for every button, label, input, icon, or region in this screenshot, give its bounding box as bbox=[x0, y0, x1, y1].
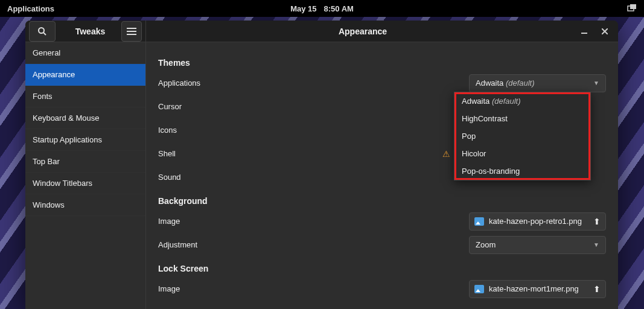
close-icon bbox=[602, 28, 608, 34]
svg-line-3 bbox=[43, 33, 46, 35]
dropdown-item-pop[interactable]: Pop bbox=[454, 127, 590, 145]
applications-menu[interactable]: Applications bbox=[7, 4, 54, 13]
svg-point-2 bbox=[39, 28, 44, 33]
ls-image-filename: kate-hazen-mort1mer.png bbox=[489, 284, 579, 293]
dropdown-item-highcontrast[interactable]: HighContrast bbox=[454, 110, 590, 127]
section-lockscreen: Lock Screen bbox=[158, 264, 606, 273]
row-bg-image: Image kate-hazen-pop-retro1.png ⬆ bbox=[158, 209, 606, 233]
search-icon bbox=[37, 27, 47, 36]
chevron-down-icon: ▼ bbox=[593, 80, 599, 86]
sidebar-item-top-bar[interactable]: Top Bar bbox=[25, 151, 145, 173]
close-button[interactable] bbox=[600, 27, 610, 36]
sidebar-item-startup-applications[interactable]: Startup Applications bbox=[25, 129, 145, 151]
titlebar: Tweaks Appearance bbox=[25, 21, 618, 42]
label-applications: Applications bbox=[158, 78, 469, 88]
combo-bg-adjustment-value: Zoom bbox=[476, 240, 496, 249]
app-name: Tweaks bbox=[59, 27, 121, 36]
combo-applications[interactable]: Adwaita (default) ▼ bbox=[469, 74, 606, 92]
chevron-down-icon: ▼ bbox=[593, 241, 599, 248]
filechooser-ls-image[interactable]: kate-hazen-mort1mer.png ⬆ bbox=[469, 280, 606, 298]
row-bg-adjustment: Adjustment Zoom ▼ bbox=[158, 233, 606, 256]
sidebar-item-windows[interactable]: Windows bbox=[25, 194, 145, 216]
section-background: Background bbox=[158, 196, 606, 206]
combo-applications-default: (default) bbox=[506, 78, 535, 88]
filechooser-bg-image[interactable]: kate-hazen-pop-retro1.png ⬆ bbox=[469, 212, 606, 231]
window-title: Appearance bbox=[146, 27, 579, 36]
search-button[interactable] bbox=[29, 21, 56, 42]
warning-icon: ⚠ bbox=[442, 149, 450, 159]
applications-dropdown-menu: Adwaita (default) HighContrast Pop Hicol… bbox=[454, 92, 591, 180]
label-ls-image: Image bbox=[158, 284, 469, 293]
tweaks-window: Tweaks Appearance General Appearance Fon… bbox=[25, 21, 618, 309]
sidebar-item-keyboard-mouse[interactable]: Keyboard & Mouse bbox=[25, 107, 145, 129]
row-ls-image: Image kate-hazen-mort1mer.png ⬆ bbox=[158, 277, 606, 301]
main-panel: Themes Applications Adwaita (default) ▼ … bbox=[146, 42, 618, 309]
sidebar-item-window-titlebars[interactable]: Window Titlebars bbox=[25, 173, 145, 194]
combo-bg-adjustment[interactable]: Zoom ▼ bbox=[469, 236, 606, 254]
system-tray-icon[interactable] bbox=[627, 4, 637, 13]
combo-applications-value: Adwaita bbox=[476, 78, 503, 88]
gnome-topbar: Applications May 15 8:50 AM bbox=[0, 0, 644, 17]
bg-image-filename: kate-hazen-pop-retro1.png bbox=[489, 217, 582, 226]
image-icon bbox=[474, 285, 484, 293]
clock[interactable]: May 15 8:50 AM bbox=[290, 4, 354, 13]
sidebar-item-fonts[interactable]: Fonts bbox=[25, 86, 145, 107]
sidebar-item-general[interactable]: General bbox=[25, 42, 145, 64]
label-bg-image: Image bbox=[158, 217, 469, 226]
minimize-button[interactable] bbox=[579, 27, 589, 36]
hamburger-button[interactable] bbox=[121, 21, 142, 42]
upload-icon: ⬆ bbox=[593, 284, 601, 294]
image-icon bbox=[474, 217, 484, 226]
upload-icon: ⬆ bbox=[593, 217, 601, 226]
section-themes: Themes bbox=[158, 58, 606, 68]
label-bg-adjustment: Adjustment bbox=[158, 240, 469, 249]
dropdown-item-hicolor[interactable]: Hicolor bbox=[454, 145, 590, 162]
dropdown-item-adwaita[interactable]: Adwaita (default) bbox=[454, 92, 590, 110]
dropdown-item-pop-os-branding[interactable]: Pop-os-branding bbox=[454, 162, 590, 180]
date-label: May 15 bbox=[290, 4, 316, 13]
svg-rect-1 bbox=[630, 4, 636, 9]
minimize-icon bbox=[581, 28, 587, 34]
hamburger-icon bbox=[127, 28, 136, 35]
time-label: 8:50 AM bbox=[324, 4, 354, 13]
sidebar: General Appearance Fonts Keyboard & Mous… bbox=[25, 42, 146, 309]
sidebar-item-appearance[interactable]: Appearance bbox=[25, 64, 145, 86]
